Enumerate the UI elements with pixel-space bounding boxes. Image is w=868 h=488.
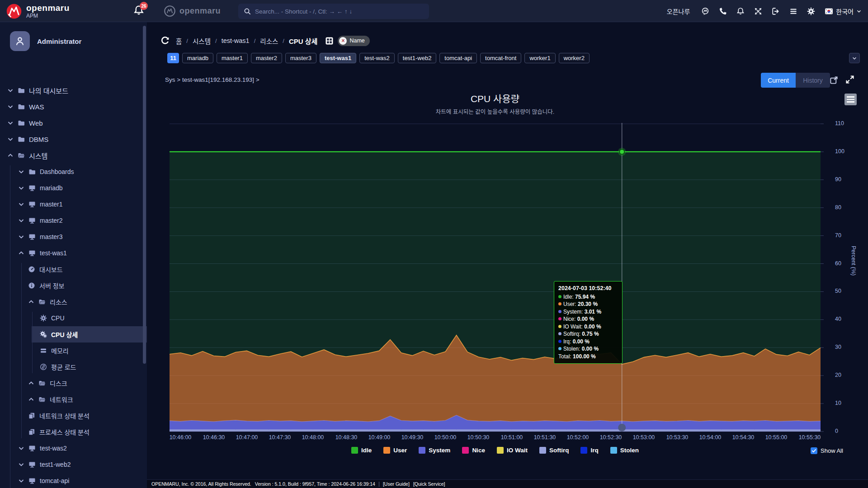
notification-bell-icon[interactable]: 26 xyxy=(133,5,147,19)
sidebar-item-서버-정보[interactable]: 서버 정보 xyxy=(0,277,147,294)
chevron-down-icon[interactable] xyxy=(18,185,24,191)
chevron-down-icon[interactable] xyxy=(18,478,24,484)
server-tag-master2[interactable]: master2 xyxy=(251,53,282,63)
sidebar-item-메모리[interactable]: 메모리 xyxy=(0,343,147,359)
sidebar-item-test-was2[interactable]: test-was2 xyxy=(0,440,147,456)
chevron-down-icon[interactable] xyxy=(7,103,14,110)
table-view-icon[interactable] xyxy=(326,37,333,45)
sidebar-item-cpu[interactable]: CPU xyxy=(0,310,147,326)
remove-filter-icon[interactable]: × xyxy=(339,37,347,45)
server-tag-mariadb[interactable]: mariadb xyxy=(182,53,213,63)
sidebar-item-디스크[interactable]: 디스크 xyxy=(0,375,147,391)
fullscreen-icon[interactable] xyxy=(845,75,854,84)
server-tag-worker2[interactable]: worker2 xyxy=(559,53,590,63)
chevron-up-icon[interactable] xyxy=(28,396,34,403)
server-tag-test-was1[interactable]: test-was1 xyxy=(320,53,356,63)
server-tag-master3[interactable]: master3 xyxy=(285,53,316,63)
chart-context-menu-icon[interactable] xyxy=(844,94,857,105)
sidebar-item-test1-web2[interactable]: test1-web2 xyxy=(0,456,147,473)
language-selector[interactable]: 한국어 xyxy=(825,7,862,16)
chevron-down-icon[interactable] xyxy=(18,201,24,207)
breadcrumb-item-test-was1[interactable]: test-was1 xyxy=(222,37,250,44)
chevron-down-icon[interactable] xyxy=(7,136,14,142)
sidebar-item-네트워크[interactable]: 네트워크 xyxy=(0,391,147,408)
sidebar-item-평균-로드[interactable]: 평균 로드 xyxy=(0,359,147,375)
scope-path[interactable]: Sys > test-was1[192.168.23.193] > xyxy=(165,76,259,83)
tags-dropdown-button[interactable] xyxy=(849,53,860,63)
chevron-down-icon[interactable] xyxy=(7,120,14,126)
sidebar-item-label: Web xyxy=(29,119,43,127)
sidebar-item-dbms[interactable]: DBMS xyxy=(0,131,147,147)
refresh-icon[interactable] xyxy=(160,36,170,45)
openmaru-mini-brand: openmaru xyxy=(164,0,221,22)
breadcrumb-item-홈[interactable]: 홈 xyxy=(176,36,182,46)
server-tag-master1[interactable]: master1 xyxy=(217,53,248,63)
sidebar-item-리소스[interactable]: 리소스 xyxy=(0,294,147,310)
user-guide-link[interactable]: [User Guide] xyxy=(383,481,410,487)
legend-item-system[interactable]: System xyxy=(419,447,450,454)
cpu-usage-chart[interactable] xyxy=(170,122,825,434)
chevron-down-icon[interactable] xyxy=(7,87,14,94)
sidebar-item-대시보드[interactable]: 대시보드 xyxy=(0,261,147,277)
show-all-toggle[interactable]: Show All xyxy=(811,447,843,454)
chevron-down-icon[interactable] xyxy=(18,234,24,240)
chevron-up-icon[interactable] xyxy=(28,299,34,305)
legend-item-irq[interactable]: Irq xyxy=(580,447,598,454)
chevron-up-icon[interactable] xyxy=(18,250,24,256)
expand-arrows-icon[interactable] xyxy=(754,7,762,15)
sidebar-item-mariadb[interactable]: mariadb xyxy=(0,180,147,196)
legend-item-softirq[interactable]: Softirq xyxy=(539,447,569,454)
openmaru-chat-icon[interactable] xyxy=(701,7,709,15)
alerts-bell-icon[interactable] xyxy=(736,7,745,15)
legend-item-stolen[interactable]: Stolen xyxy=(610,447,639,454)
quick-service-link[interactable]: [Quick Service] xyxy=(413,481,445,487)
sidebar-item-cpu-상세[interactable]: CPU 상세 xyxy=(32,326,147,343)
mini-brand-title: openmaru xyxy=(179,6,221,16)
list-menu-icon[interactable] xyxy=(789,7,797,15)
history-button[interactable]: History xyxy=(796,73,830,88)
server-tag-test1-web2[interactable]: test1-web2 xyxy=(398,53,437,63)
breadcrumb-separator: / xyxy=(215,38,217,44)
settings-gear-icon[interactable] xyxy=(807,7,815,15)
filter-tag-pill[interactable]: × Name xyxy=(338,36,369,46)
breadcrumb-item-시스템[interactable]: 시스템 xyxy=(193,36,211,46)
sidebar-item-프로세스-상태-분석[interactable]: 프로세스 상태 분석 xyxy=(0,424,147,440)
sidebar-item-master1[interactable]: master1 xyxy=(0,196,147,212)
chevron-down-icon[interactable] xyxy=(18,445,24,451)
server-tag-worker1[interactable]: worker1 xyxy=(524,53,555,63)
server-tag-test-was2[interactable]: test-was2 xyxy=(359,53,395,63)
sidebar-item-시스템[interactable]: 시스템 xyxy=(0,147,147,164)
chart-legend: IdleUserSystemNiceIO WaitSoftirqIrqStole… xyxy=(170,447,821,454)
chevron-up-icon[interactable] xyxy=(7,152,14,159)
breadcrumb-item-리소스[interactable]: 리소스 xyxy=(260,36,278,46)
open-external-icon[interactable] xyxy=(830,76,838,84)
server-tag-tomcat-front[interactable]: tomcat-front xyxy=(480,53,521,63)
show-all-checkbox[interactable] xyxy=(811,447,817,454)
legend-item-nice[interactable]: Nice xyxy=(462,447,485,454)
sidebar-item-web[interactable]: Web xyxy=(0,115,147,131)
sidebar-scrollbar[interactable] xyxy=(143,26,146,364)
sidebar-item-dashboards[interactable]: Dashboards xyxy=(0,164,147,180)
chevron-down-icon[interactable] xyxy=(18,461,24,468)
phone-icon[interactable] xyxy=(719,7,727,15)
current-button[interactable]: Current xyxy=(761,73,796,88)
sidebar-item-tomcat-api[interactable]: tomcat-api xyxy=(0,473,147,488)
y-tick-label: 10 xyxy=(835,400,841,406)
chevron-down-icon[interactable] xyxy=(18,217,24,224)
user-profile[interactable]: Administrator xyxy=(10,31,81,51)
sidebar-item-나의-대시보드[interactable]: 나의 대시보드 xyxy=(0,82,147,99)
legend-item-idle[interactable]: Idle xyxy=(351,447,372,454)
sidebar-item-네트워크-상태-분석[interactable]: 네트워크 상태 분석 xyxy=(0,408,147,424)
server-tag-tomcat-api[interactable]: tomcat-api xyxy=(439,53,477,63)
sidebar-item-master3[interactable]: master3 xyxy=(0,229,147,245)
logout-icon[interactable] xyxy=(772,7,780,15)
sidebar-item-master2[interactable]: master2 xyxy=(0,212,147,229)
chevron-up-icon[interactable] xyxy=(28,380,34,386)
legend-item-io-wait[interactable]: IO Wait xyxy=(497,447,528,454)
search-input[interactable] xyxy=(255,8,424,15)
legend-item-user[interactable]: User xyxy=(383,447,407,454)
y-tick-label: 30 xyxy=(835,344,841,350)
chevron-down-icon[interactable] xyxy=(18,169,24,175)
sidebar-item-test-was1[interactable]: test-was1 xyxy=(0,245,147,261)
sidebar-item-was[interactable]: WAS xyxy=(0,99,147,115)
